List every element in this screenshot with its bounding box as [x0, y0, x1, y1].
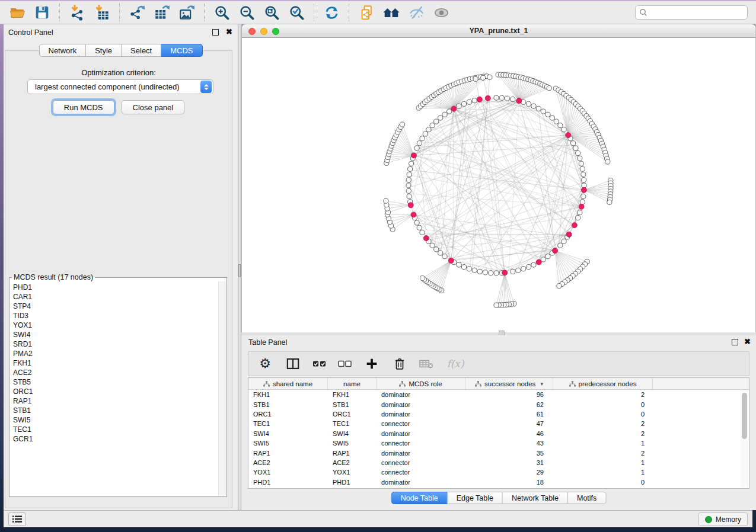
select-all-icon[interactable] — [311, 355, 328, 372]
network-node[interactable] — [547, 86, 551, 91]
mcds-node[interactable] — [423, 236, 429, 241]
column-chooser-icon[interactable] — [285, 355, 301, 372]
mcds-result-item[interactable]: TEC1 — [13, 425, 218, 434]
deselect-all-icon[interactable] — [337, 355, 353, 372]
network-node[interactable] — [420, 230, 425, 235]
network-node[interactable] — [582, 178, 586, 182]
network-node[interactable] — [400, 122, 404, 127]
table-scrollbar[interactable] — [741, 390, 748, 488]
mcds-node[interactable] — [516, 98, 522, 104]
mcds-node[interactable] — [581, 187, 586, 193]
network-node[interactable] — [430, 123, 435, 128]
network-node[interactable] — [505, 96, 509, 101]
mcds-node[interactable] — [448, 258, 454, 263]
network-node[interactable] — [578, 156, 582, 161]
network-node[interactable] — [546, 254, 550, 259]
import-network-icon[interactable] — [68, 4, 86, 21]
mcds-node[interactable] — [477, 97, 482, 102]
table-row[interactable]: ACE2ACE2connector311 — [248, 458, 749, 467]
tab-node-table[interactable]: Node Table — [391, 492, 448, 504]
network-node[interactable] — [554, 119, 559, 124]
network-node[interactable] — [442, 254, 447, 259]
network-window-titlebar[interactable]: YPA_prune.txt_1 — [242, 24, 755, 38]
zoom-in-icon[interactable] — [213, 4, 231, 21]
network-node[interactable] — [580, 166, 585, 171]
column-header-MCDS-role[interactable]: MCDS role — [377, 378, 465, 389]
network-node[interactable] — [384, 198, 388, 203]
network-node[interactable] — [579, 161, 583, 166]
network-node[interactable] — [457, 104, 461, 108]
network-node[interactable] — [414, 146, 419, 150]
close-panel-icon[interactable]: ✖ — [226, 27, 232, 37]
network-node[interactable] — [581, 194, 586, 198]
network-node[interactable] — [467, 100, 471, 104]
network-node[interactable] — [472, 98, 477, 103]
splitter-grip[interactable] — [238, 264, 241, 277]
float-panel-icon[interactable] — [732, 339, 738, 345]
sort-descending-icon[interactable]: ▾ — [540, 381, 543, 387]
table-row[interactable]: RAP1RAP1dominator352 — [248, 448, 749, 457]
export-network-icon[interactable] — [128, 4, 146, 21]
mcds-node[interactable] — [553, 248, 558, 253]
column-header-predecessor-nodes[interactable]: predecessor nodes — [553, 378, 653, 389]
fit-content-icon[interactable] — [263, 4, 280, 21]
mcds-result-item[interactable]: STP4 — [13, 302, 218, 311]
network-node[interactable] — [447, 109, 452, 114]
search-input[interactable] — [647, 8, 744, 17]
mcds-node[interactable] — [566, 232, 572, 237]
memory-button[interactable]: Memory — [698, 512, 748, 526]
column-header-successor-nodes[interactable]: successor nodes▾ — [465, 378, 553, 389]
network-node[interactable] — [406, 183, 411, 188]
network-node[interactable] — [511, 269, 515, 274]
network-node[interactable] — [580, 200, 585, 204]
mcds-node[interactable] — [485, 95, 490, 101]
delete-table-icon[interactable] — [418, 355, 435, 372]
network-node[interactable] — [434, 247, 439, 252]
mcds-result-item[interactable]: SWI5 — [13, 415, 218, 425]
table-row[interactable]: SWI5SWI5connector431 — [248, 438, 749, 448]
network-node[interactable] — [536, 106, 541, 111]
table-settings-gear-icon[interactable]: ⚙ — [257, 355, 273, 372]
network-node[interactable] — [487, 75, 492, 79]
network-node[interactable] — [557, 284, 562, 289]
mcds-node[interactable] — [411, 153, 416, 158]
network-node[interactable] — [417, 141, 422, 146]
mcds-node[interactable] — [572, 223, 577, 228]
mcds-result-item[interactable]: ACE2 — [13, 368, 218, 377]
network-node[interactable] — [531, 262, 536, 267]
network-node[interactable] — [511, 97, 515, 102]
network-node[interactable] — [516, 268, 521, 273]
mcds-result-item[interactable]: PHD1 — [13, 283, 218, 292]
export-table-icon[interactable] — [153, 4, 171, 21]
mcds-node[interactable] — [451, 106, 457, 111]
mcds-result-item[interactable]: RAP1 — [13, 396, 218, 406]
network-node[interactable] — [442, 112, 447, 117]
network-node[interactable] — [571, 141, 576, 146]
network-node[interactable] — [578, 210, 582, 215]
copy-network-icon[interactable] — [358, 4, 375, 21]
network-node[interactable] — [494, 95, 499, 100]
mcds-result-item[interactable]: SWI4 — [13, 330, 218, 339]
network-node[interactable] — [477, 269, 482, 274]
hide-selected-icon[interactable] — [407, 4, 425, 21]
mcds-result-item[interactable]: ORC1 — [13, 387, 218, 396]
network-node[interactable] — [408, 166, 413, 171]
show-panels-list-button[interactable] — [8, 512, 26, 526]
network-node[interactable] — [461, 265, 466, 270]
table-row[interactable]: ORC1ORC1dominator610 — [248, 409, 749, 419]
network-node[interactable] — [423, 132, 428, 136]
network-node[interactable] — [426, 127, 431, 132]
tab-mcds[interactable]: MCDS — [161, 44, 202, 57]
mcds-result-item[interactable]: FKH1 — [13, 358, 218, 368]
float-panel-icon[interactable] — [212, 29, 219, 36]
mcds-list-scrollbar[interactable] — [218, 281, 226, 496]
network-node[interactable] — [420, 136, 425, 141]
search-box[interactable] — [635, 5, 748, 20]
network-node[interactable] — [417, 225, 422, 230]
network-node[interactable] — [494, 271, 499, 275]
network-node[interactable] — [607, 200, 612, 204]
network-node[interactable] — [406, 188, 411, 193]
open-file-icon[interactable] — [8, 4, 26, 21]
mcds-result-list[interactable]: PHD1CAR1STP4TID3YOX1SWI4SRD1PMA2FKH1ACE2… — [9, 283, 218, 496]
close-panel-icon[interactable]: ✖ — [744, 336, 751, 347]
